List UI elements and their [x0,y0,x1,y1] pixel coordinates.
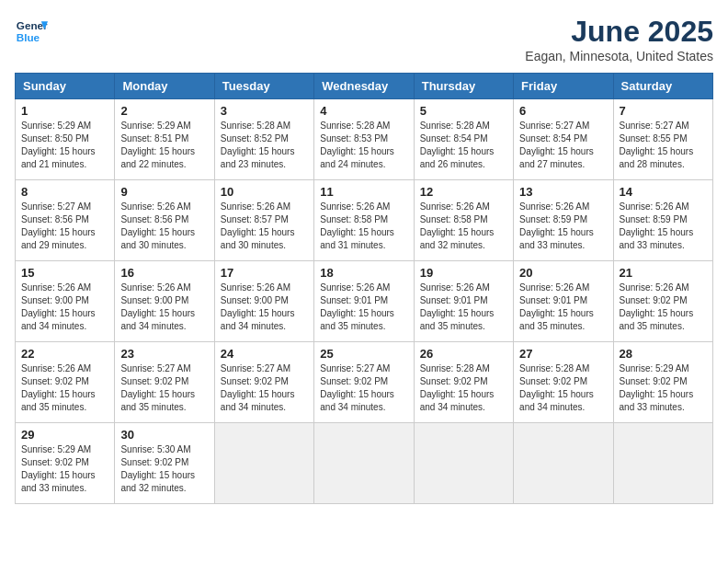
header-wednesday: Wednesday [314,74,414,99]
day-number: 19 [420,266,507,280]
table-row [414,423,513,504]
day-info: Sunrise: 5:28 AM Sunset: 8:54 PM Dayligh… [420,120,507,171]
day-info: Sunrise: 5:26 AM Sunset: 9:00 PM Dayligh… [21,282,108,333]
weekday-header-row: Sunday Monday Tuesday Wednesday Thursday… [16,74,713,99]
day-number: 20 [519,266,607,280]
day-number: 4 [320,104,407,118]
day-info: Sunrise: 5:27 AM Sunset: 9:02 PM Dayligh… [221,362,308,414]
day-info: Sunrise: 5:27 AM Sunset: 9:02 PM Dayligh… [120,362,208,414]
table-row: 2 Sunrise: 5:29 AM Sunset: 8:51 PM Dayli… [115,99,214,180]
day-info: Sunrise: 5:26 AM Sunset: 8:59 PM Dayligh… [620,201,707,252]
day-info: Sunrise: 5:26 AM Sunset: 9:01 PM Dayligh… [320,282,407,333]
table-row: 13 Sunrise: 5:26 AM Sunset: 8:59 PM Dayl… [514,180,613,261]
day-number: 12 [420,185,507,199]
day-number: 14 [620,185,707,199]
day-number: 11 [320,185,407,199]
header: General Blue June 2025 Eagan, Minnesota,… [15,15,713,63]
svg-text:Blue: Blue [17,31,40,43]
day-info: Sunrise: 5:28 AM Sunset: 9:02 PM Dayligh… [519,362,607,414]
day-number: 23 [120,347,208,361]
day-info: Sunrise: 5:29 AM Sunset: 8:50 PM Dayligh… [21,120,108,171]
day-number: 5 [420,104,507,118]
day-number: 16 [120,266,208,280]
table-row [514,423,613,504]
day-info: Sunrise: 5:26 AM Sunset: 8:59 PM Dayligh… [519,201,607,252]
day-info: Sunrise: 5:29 AM Sunset: 9:02 PM Dayligh… [21,443,108,495]
table-row: 21 Sunrise: 5:26 AM Sunset: 9:02 PM Dayl… [613,261,712,342]
header-tuesday: Tuesday [214,74,313,99]
day-number: 15 [21,266,108,280]
week-row-4: 22 Sunrise: 5:26 AM Sunset: 9:02 PM Dayl… [16,342,713,423]
day-info: Sunrise: 5:27 AM Sunset: 8:56 PM Dayligh… [21,201,108,252]
table-row: 6 Sunrise: 5:27 AM Sunset: 8:54 PM Dayli… [514,99,613,180]
day-number: 2 [120,104,208,118]
day-number: 3 [221,104,308,118]
day-info: Sunrise: 5:27 AM Sunset: 9:02 PM Dayligh… [320,362,407,414]
day-number: 30 [120,428,208,442]
table-row: 7 Sunrise: 5:27 AM Sunset: 8:55 PM Dayli… [613,99,712,180]
logo: General Blue [15,15,48,48]
header-monday: Monday [115,74,214,99]
day-info: Sunrise: 5:26 AM Sunset: 9:00 PM Dayligh… [221,282,308,333]
table-row: 29 Sunrise: 5:29 AM Sunset: 9:02 PM Dayl… [16,423,115,504]
table-row: 15 Sunrise: 5:26 AM Sunset: 9:00 PM Dayl… [16,261,115,342]
day-info: Sunrise: 5:28 AM Sunset: 9:02 PM Dayligh… [420,362,507,414]
day-number: 10 [221,185,308,199]
day-info: Sunrise: 5:26 AM Sunset: 8:58 PM Dayligh… [420,201,507,252]
page-subtitle: Eagan, Minnesota, United States [525,49,713,63]
day-info: Sunrise: 5:30 AM Sunset: 9:02 PM Dayligh… [120,443,208,495]
table-row [613,423,712,504]
day-number: 17 [221,266,308,280]
day-info: Sunrise: 5:29 AM Sunset: 9:02 PM Dayligh… [620,362,707,414]
table-row: 24 Sunrise: 5:27 AM Sunset: 9:02 PM Dayl… [214,342,313,423]
day-number: 25 [320,347,407,361]
table-row [314,423,414,504]
day-info: Sunrise: 5:26 AM Sunset: 9:01 PM Dayligh… [519,282,607,333]
day-info: Sunrise: 5:26 AM Sunset: 9:01 PM Dayligh… [420,282,507,333]
table-row: 27 Sunrise: 5:28 AM Sunset: 9:02 PM Dayl… [514,342,613,423]
table-row: 26 Sunrise: 5:28 AM Sunset: 9:02 PM Dayl… [414,342,513,423]
day-info: Sunrise: 5:26 AM Sunset: 8:57 PM Dayligh… [221,201,308,252]
day-number: 13 [519,185,607,199]
table-row: 3 Sunrise: 5:28 AM Sunset: 8:52 PM Dayli… [214,99,313,180]
table-row: 1 Sunrise: 5:29 AM Sunset: 8:50 PM Dayli… [16,99,115,180]
table-row: 30 Sunrise: 5:30 AM Sunset: 9:02 PM Dayl… [115,423,214,504]
header-sunday: Sunday [16,74,115,99]
header-saturday: Saturday [613,74,712,99]
day-number: 22 [21,347,108,361]
table-row: 28 Sunrise: 5:29 AM Sunset: 9:02 PM Dayl… [613,342,712,423]
day-number: 7 [620,104,707,118]
day-number: 9 [120,185,208,199]
header-friday: Friday [514,74,613,99]
day-info: Sunrise: 5:27 AM Sunset: 8:55 PM Dayligh… [620,120,707,171]
day-info: Sunrise: 5:29 AM Sunset: 8:51 PM Dayligh… [120,120,208,171]
day-number: 27 [519,347,607,361]
table-row: 23 Sunrise: 5:27 AM Sunset: 9:02 PM Dayl… [115,342,214,423]
day-number: 29 [21,428,108,442]
table-row: 4 Sunrise: 5:28 AM Sunset: 8:53 PM Dayli… [314,99,414,180]
calendar: Sunday Monday Tuesday Wednesday Thursday… [15,73,713,504]
day-number: 26 [420,347,507,361]
day-info: Sunrise: 5:26 AM Sunset: 8:56 PM Dayligh… [120,201,208,252]
day-number: 28 [620,347,707,361]
day-info: Sunrise: 5:28 AM Sunset: 8:52 PM Dayligh… [221,120,308,171]
day-number: 24 [221,347,308,361]
week-row-1: 1 Sunrise: 5:29 AM Sunset: 8:50 PM Dayli… [16,99,713,180]
table-row: 5 Sunrise: 5:28 AM Sunset: 8:54 PM Dayli… [414,99,513,180]
day-number: 8 [21,185,108,199]
day-number: 18 [320,266,407,280]
week-row-2: 8 Sunrise: 5:27 AM Sunset: 8:56 PM Dayli… [16,180,713,261]
day-info: Sunrise: 5:26 AM Sunset: 9:02 PM Dayligh… [620,282,707,333]
day-info: Sunrise: 5:26 AM Sunset: 9:02 PM Dayligh… [21,362,108,414]
day-number: 6 [519,104,607,118]
page-title: June 2025 [525,15,713,49]
table-row [214,423,313,504]
day-info: Sunrise: 5:28 AM Sunset: 8:53 PM Dayligh… [320,120,407,171]
table-row: 25 Sunrise: 5:27 AM Sunset: 9:02 PM Dayl… [314,342,414,423]
table-row: 9 Sunrise: 5:26 AM Sunset: 8:56 PM Dayli… [115,180,214,261]
day-info: Sunrise: 5:27 AM Sunset: 8:54 PM Dayligh… [519,120,607,171]
table-row: 14 Sunrise: 5:26 AM Sunset: 8:59 PM Dayl… [613,180,712,261]
day-info: Sunrise: 5:26 AM Sunset: 8:58 PM Dayligh… [320,201,407,252]
table-row: 8 Sunrise: 5:27 AM Sunset: 8:56 PM Dayli… [16,180,115,261]
day-info: Sunrise: 5:26 AM Sunset: 9:00 PM Dayligh… [120,282,208,333]
